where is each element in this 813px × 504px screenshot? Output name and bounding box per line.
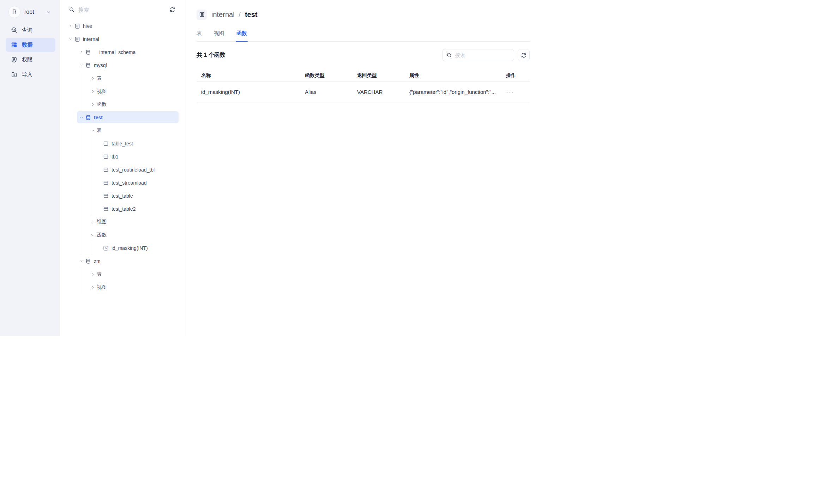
user-menu[interactable]: R root — [0, 5, 60, 19]
tab-函数[interactable]: 函数 — [236, 30, 247, 41]
chevron-right-icon[interactable] — [91, 102, 95, 107]
sidebar-item-permission[interactable]: 权限 — [6, 53, 55, 67]
tree-node[interactable]: hive — [60, 19, 184, 32]
database-icon — [85, 49, 91, 55]
search-icon — [446, 52, 452, 58]
tree-node[interactable]: table_test — [60, 137, 184, 150]
sidebar-item-label: 数据 — [22, 42, 32, 48]
tree-node[interactable]: 函数 — [60, 98, 184, 111]
chevron-down-icon[interactable] — [91, 128, 95, 133]
sidebar-item-import[interactable]: 导入 — [6, 67, 55, 82]
table-icon — [103, 154, 109, 160]
function-refresh-button[interactable] — [518, 49, 530, 61]
tree-node[interactable]: test_streamload — [60, 176, 184, 189]
column-header: 操作 — [501, 72, 530, 79]
sidebar-item-query[interactable]: 查询 — [6, 23, 55, 37]
tab-表[interactable]: 表 — [197, 30, 202, 41]
row-actions-button[interactable]: ··· — [506, 89, 514, 95]
chevron-right-icon[interactable] — [91, 220, 95, 224]
tree-indent-guide — [92, 189, 92, 202]
table-icon — [103, 180, 109, 186]
tree-indent-guide — [81, 163, 81, 176]
main-content: internal / test 表视图函数 共 1 个函数 名称函数类型返回类型… — [184, 0, 542, 336]
function-count-summary: 共 1 个函数 — [197, 52, 225, 59]
tree-node-label: id_masking(INT) — [112, 245, 148, 251]
tree-node[interactable]: test_table2 — [60, 202, 184, 215]
tree-indent-guide — [81, 137, 81, 150]
column-header: 名称 — [197, 72, 300, 79]
chevron-down-icon[interactable] — [91, 233, 95, 237]
tree-node[interactable]: mysql — [60, 59, 184, 72]
tree-indent-guide — [81, 189, 81, 202]
tree-node-label: mysql — [94, 62, 107, 68]
attributes-cell: {"parameter":"id","origin_function":"... — [405, 89, 501, 95]
chevron-down-icon — [46, 10, 51, 14]
tree-node-label: zm — [94, 258, 101, 264]
tree-indent-guide — [81, 281, 81, 294]
tree-node-label: 视图 — [97, 219, 107, 225]
tree-node[interactable]: 表 — [60, 268, 184, 281]
breadcrumb: internal / test — [197, 9, 530, 20]
sidebar-nav: 查询数据权限导入 — [0, 23, 60, 82]
catalog-tree: hiveinternal__internal_schemamysql表视图函数t… — [60, 19, 184, 336]
tree-indent-guide — [81, 85, 81, 98]
table-icon — [103, 141, 109, 146]
tree-indent-guide — [92, 150, 92, 163]
tree-node[interactable]: test_routineload_tbl — [60, 163, 184, 176]
chevron-down-icon[interactable] — [79, 63, 84, 67]
catalog-icon-glyph — [199, 12, 205, 17]
tree-node[interactable]: 视图 — [60, 215, 184, 228]
function-name-cell: id_masking(INT) — [197, 89, 300, 95]
chevron-right-icon[interactable] — [91, 89, 95, 94]
tree-node[interactable]: internal — [60, 32, 184, 46]
tree-node-label: tb1 — [112, 154, 118, 160]
table-icon — [103, 167, 109, 173]
tree-node[interactable]: test — [60, 111, 184, 124]
chevron-down-icon[interactable] — [68, 37, 73, 41]
tree-node-label: test_streamload — [112, 180, 147, 186]
tree-search-input[interactable] — [78, 7, 169, 13]
tree-node[interactable]: __internal_schema — [60, 46, 184, 59]
chevron-right-icon[interactable] — [91, 76, 95, 80]
tree-node-label: 表 — [97, 271, 102, 277]
tree-indent-guide — [81, 268, 81, 281]
tab-视图[interactable]: 视图 — [214, 30, 224, 41]
tree-refresh-button[interactable] — [169, 6, 176, 13]
chevron-down-icon[interactable] — [79, 115, 84, 120]
tree-node[interactable]: 视图 — [60, 281, 184, 294]
chevron-right-icon[interactable] — [68, 24, 73, 28]
chevron-right-icon[interactable] — [91, 272, 95, 276]
tree-search-row — [60, 0, 184, 19]
tree-indent-guide — [81, 150, 81, 163]
tree-indent-guide — [92, 163, 92, 176]
catalog-icon — [74, 23, 80, 29]
function-type-cell: Alias — [300, 89, 353, 95]
tree-node[interactable]: 表 — [60, 72, 184, 85]
tree-indent-guide — [81, 98, 81, 111]
chevron-down-icon[interactable] — [79, 259, 84, 263]
tree-node[interactable]: tb1 — [60, 150, 184, 163]
tree-node-label: test_table — [112, 193, 133, 199]
tree-node[interactable]: 表 — [60, 124, 184, 137]
database-icon — [85, 258, 91, 264]
catalog-tree-panel: hiveinternal__internal_schemamysql表视图函数t… — [60, 0, 184, 336]
breadcrumb-parent[interactable]: internal — [211, 11, 235, 19]
refresh-icon — [521, 52, 527, 58]
tree-node-label: hive — [83, 23, 92, 29]
tree-node-label: 视图 — [97, 88, 107, 95]
svg-text:fx: fx — [105, 246, 107, 250]
tree-node[interactable]: 函数 — [60, 228, 184, 241]
database-icon — [85, 62, 91, 68]
tree-node-label: table_test — [112, 141, 133, 146]
sidebar-item-data[interactable]: 数据 — [6, 38, 55, 52]
actions-cell: ··· — [501, 89, 530, 95]
tree-node[interactable]: 视图 — [60, 85, 184, 98]
chevron-right-icon[interactable] — [79, 50, 84, 54]
tree-node[interactable]: fxid_masking(INT) — [60, 241, 184, 254]
breadcrumb-separator: / — [239, 11, 241, 18]
function-search-input[interactable] — [455, 52, 510, 58]
tree-node[interactable]: zm — [60, 254, 184, 268]
chevron-right-icon[interactable] — [91, 285, 95, 289]
tree-node-label: 函数 — [97, 101, 107, 108]
tree-node[interactable]: test_table — [60, 189, 184, 202]
